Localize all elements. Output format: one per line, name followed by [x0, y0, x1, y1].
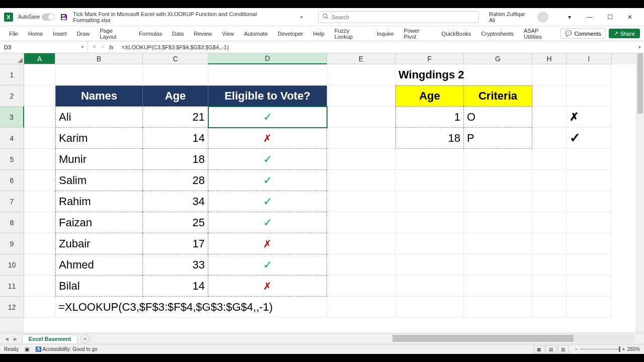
- cell[interactable]: [567, 170, 612, 191]
- search-box[interactable]: [318, 11, 479, 23]
- cell-icon-sample[interactable]: ✓: [567, 128, 612, 149]
- cell[interactable]: [24, 64, 55, 85]
- tab-draw[interactable]: Draw: [72, 28, 95, 40]
- cell[interactable]: [24, 107, 55, 128]
- col-header-b[interactable]: B: [55, 53, 143, 64]
- cell[interactable]: [327, 107, 395, 128]
- cell[interactable]: [327, 149, 395, 170]
- cell-age[interactable]: 14: [143, 128, 208, 149]
- cell-age[interactable]: 18: [143, 149, 208, 170]
- zoom-in-icon[interactable]: +: [622, 346, 625, 352]
- cell[interactable]: [532, 107, 567, 128]
- tab-home[interactable]: Home: [23, 28, 48, 40]
- cell[interactable]: [24, 149, 55, 170]
- col-header-g[interactable]: G: [464, 53, 532, 64]
- cell[interactable]: [532, 149, 567, 170]
- sheet-prev-icon[interactable]: ◄: [4, 336, 10, 342]
- col-header-f[interactable]: F: [395, 53, 464, 64]
- cell-age[interactable]: 25: [143, 212, 208, 233]
- cell[interactable]: [395, 149, 464, 170]
- cell-name[interactable]: Ali: [55, 107, 143, 128]
- formula-input[interactable]: =XLOOKUP(C3,$F$3:$F$4,$G$3:$G$4,,-1): [118, 44, 635, 50]
- cell[interactable]: [395, 297, 464, 318]
- fx-icon[interactable]: fx: [109, 44, 114, 50]
- comments-button[interactable]: 💬 Comments: [560, 28, 605, 39]
- row-header[interactable]: 8: [0, 212, 24, 233]
- tab-view[interactable]: View: [217, 28, 239, 40]
- cell[interactable]: [327, 128, 395, 149]
- header-eligible[interactable]: Eligible to Vote?: [208, 85, 327, 107]
- cell[interactable]: [24, 297, 55, 318]
- tab-fuzzy-lookup[interactable]: Fuzzy Lookup: [330, 25, 372, 43]
- cell[interactable]: [327, 254, 395, 276]
- zoom-slider[interactable]: [580, 348, 620, 350]
- cell-age[interactable]: 34: [143, 191, 208, 212]
- scrollbar-thumb[interactable]: [392, 335, 574, 342]
- name-box[interactable]: D3 ▾: [0, 41, 88, 53]
- cell-eligible[interactable]: ✓: [208, 170, 327, 191]
- cell[interactable]: [532, 170, 567, 191]
- close-icon[interactable]: ✕: [620, 10, 640, 24]
- cell[interactable]: [395, 212, 464, 233]
- cell[interactable]: [532, 191, 567, 212]
- cell-name[interactable]: Bilal: [55, 276, 143, 297]
- row-header[interactable]: 4: [0, 128, 24, 149]
- cell-name[interactable]: Faizan: [55, 212, 143, 233]
- macro-rec-icon[interactable]: ▣: [25, 346, 29, 352]
- user-name[interactable]: Rahim Zulfiqar Ali: [489, 11, 532, 23]
- cell[interactable]: [327, 212, 395, 233]
- cell-age[interactable]: 21: [143, 107, 208, 128]
- add-sheet-button[interactable]: +: [80, 334, 90, 343]
- cell-icon-sample[interactable]: ✗: [567, 107, 612, 128]
- row-header[interactable]: 1: [0, 64, 24, 85]
- cell[interactable]: [24, 254, 55, 276]
- tab-quickbooks[interactable]: QuickBooks: [437, 28, 476, 40]
- cell-name[interactable]: Ahmed: [55, 254, 143, 276]
- row-header[interactable]: 3: [0, 107, 24, 128]
- cell[interactable]: [327, 64, 395, 85]
- cell-crit-char[interactable]: O: [464, 107, 532, 128]
- cell[interactable]: [327, 170, 395, 191]
- cell-eligible[interactable]: ✓: [208, 212, 327, 233]
- cell[interactable]: [24, 191, 55, 212]
- zoom-level[interactable]: 265%: [627, 346, 640, 352]
- cell-formula-display[interactable]: =XLOOKUP(C3,$F$3:$F$4,$G$3:$G$4,,-1): [55, 297, 143, 318]
- cell[interactable]: [208, 297, 327, 318]
- cell[interactable]: [395, 191, 464, 212]
- accessibility-status[interactable]: ♿ Accessibility: Good to go: [35, 346, 98, 352]
- select-all-corner[interactable]: [0, 53, 24, 64]
- maximize-icon[interactable]: ☐: [600, 10, 620, 24]
- row-header[interactable]: 7: [0, 191, 24, 212]
- cell-name[interactable]: Zubair: [55, 233, 143, 254]
- col-header-c[interactable]: C: [143, 53, 208, 64]
- tab-asap-utilities[interactable]: ASAP Utilities: [519, 25, 560, 43]
- cell[interactable]: [24, 85, 55, 107]
- scrollbar-thumb[interactable]: [637, 53, 643, 114]
- view-page-break-icon[interactable]: ▥: [558, 345, 569, 353]
- share-button[interactable]: ↗ Share: [609, 29, 640, 38]
- zoom-out-icon[interactable]: −: [575, 346, 578, 352]
- search-input[interactable]: [332, 14, 474, 20]
- cell[interactable]: [143, 64, 208, 85]
- chevron-down-icon[interactable]: ▾: [82, 45, 84, 49]
- tab-review[interactable]: Review: [189, 28, 217, 40]
- row-header[interactable]: 6: [0, 170, 24, 191]
- cell-eligible[interactable]: ✗: [208, 276, 327, 297]
- toggle-icon[interactable]: [42, 14, 55, 21]
- row-header[interactable]: 10: [0, 254, 24, 276]
- tab-cryptosheets[interactable]: Cryptosheets: [476, 28, 519, 40]
- avatar[interactable]: [537, 12, 548, 23]
- cell-eligible[interactable]: ✓: [208, 149, 327, 170]
- save-icon[interactable]: [60, 13, 68, 21]
- cell[interactable]: [464, 149, 532, 170]
- col-header-h[interactable]: H: [532, 53, 567, 64]
- cell-name[interactable]: Salim: [55, 170, 143, 191]
- cell-crit-age[interactable]: 18: [395, 128, 464, 149]
- row-header[interactable]: 9: [0, 233, 24, 254]
- cell[interactable]: [395, 170, 464, 191]
- cell[interactable]: [24, 212, 55, 233]
- cell[interactable]: [464, 254, 532, 276]
- cell[interactable]: [567, 297, 612, 318]
- cell-eligible[interactable]: ✓: [208, 254, 327, 276]
- col-header-d[interactable]: D: [208, 53, 327, 64]
